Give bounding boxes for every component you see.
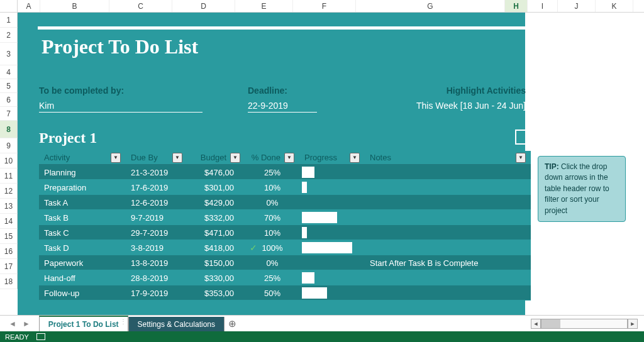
table-row[interactable]: Task C29-7-2019$471,0010% [39,225,531,240]
cell-budget[interactable]: $471,00 [187,225,245,240]
row-header-1[interactable]: 1 [0,13,18,28]
cell-progress[interactable] [299,285,365,301]
tab-prev-icon[interactable]: ◄ [9,319,16,328]
cell-activity[interactable]: Follow-up [39,285,126,301]
cell-due[interactable]: 29-7-2019 [126,225,187,240]
scroll-thumb[interactable] [541,319,560,328]
cell-progress[interactable] [299,255,365,270]
column-header-activity[interactable]: Activity▼ [39,151,126,165]
col-header-E[interactable]: E [235,0,293,12]
cell-budget[interactable]: $332,00 [187,210,245,225]
col-header-B[interactable]: B [40,0,109,12]
cell-pct[interactable]: 50% [245,285,299,301]
col-header-A[interactable]: A [18,0,40,12]
cell-budget[interactable]: $301,00 [187,180,245,195]
cell-notes[interactable] [365,195,531,210]
row-header-2[interactable]: 2 [0,28,18,43]
row-header-11[interactable]: 11 [0,168,18,184]
filter-dropdown-budget[interactable]: ▼ [230,153,240,163]
row-header-10[interactable]: 10 [0,153,18,168]
cell-progress[interactable] [299,195,365,210]
table-row[interactable]: Task B9-7-2019$332,0070% [39,210,531,225]
cell-notes[interactable] [365,285,531,301]
row-header-14[interactable]: 14 [0,214,18,229]
cell-due[interactable]: 17-9-2019 [126,285,187,301]
cell-pct[interactable]: 0% [245,255,299,270]
scroll-track[interactable] [541,319,628,329]
filter-dropdown-due-by[interactable]: ▼ [172,153,182,163]
cell-pct[interactable]: 10% [245,225,299,240]
tab-nav[interactable]: ◄ ► [0,316,39,332]
col-header-D[interactable]: D [172,0,235,12]
cell-notes[interactable] [365,180,531,195]
cell-budget[interactable]: $429,00 [187,195,245,210]
cell-due[interactable]: 12-6-2019 [126,195,187,210]
cell-progress[interactable] [299,225,365,240]
column-header--done[interactable]: % Done▼ [245,151,299,165]
macro-recording-icon[interactable] [36,333,45,340]
column-header-progress[interactable]: Progress▼ [299,151,365,165]
cell-notes[interactable] [365,165,531,180]
table-row[interactable]: Preparation17-6-2019$301,0010% [39,180,531,195]
row-header-16[interactable]: 16 [0,244,18,259]
cell-activity[interactable]: Preparation [39,180,126,195]
column-header-budget[interactable]: Budget▼ [187,151,245,165]
row-header-4[interactable]: 4 [0,65,18,79]
row-header-17[interactable]: 17 [0,259,18,274]
row-header-7[interactable]: 7 [0,107,18,121]
tab-splitter[interactable]: ⋮ [120,318,126,325]
table-row[interactable]: Hand-off28-8-2019$330,0025% [39,270,531,285]
row-header-12[interactable]: 12 [0,184,18,199]
cell-activity[interactable]: Hand-off [39,270,126,285]
tab-settings[interactable]: Settings & Calculations [128,317,225,332]
cell-pct[interactable]: 70% [245,210,299,225]
cell-activity[interactable]: Paperwork [39,255,126,270]
select-all-corner[interactable] [0,0,18,12]
cell-activity[interactable]: Task B [39,210,126,225]
col-header-C[interactable]: C [109,0,172,12]
cell-activity[interactable]: Task D [39,240,126,255]
row-header-18[interactable]: 18 [0,274,18,289]
col-header-F[interactable]: F [293,0,356,12]
filter-dropdown-activity[interactable]: ▼ [111,153,121,163]
cell-notes[interactable]: Start After Task B is Complete [365,255,531,270]
row-header-15[interactable]: 15 [0,229,18,244]
cell-budget[interactable]: $330,00 [187,270,245,285]
column-header-notes[interactable]: Notes▼ [365,151,531,165]
tab-project-1[interactable]: Project 1 To Do List [39,316,128,332]
cell-progress[interactable] [299,240,365,255]
cell-due[interactable]: 9-7-2019 [126,210,187,225]
cell-progress[interactable] [299,210,365,225]
table-row[interactable]: Follow-up17-9-2019$353,0050% [39,285,531,301]
col-header-K[interactable]: K [596,0,633,12]
cell-notes[interactable] [365,270,531,285]
cell-notes[interactable] [365,240,531,255]
cell-budget[interactable]: $353,00 [187,285,245,301]
table-row[interactable]: Paperwork13-8-2019$150,000%Start After T… [39,255,531,270]
scroll-right-button[interactable]: ► [628,319,638,329]
filter-dropdown-progress[interactable]: ▼ [350,153,360,163]
row-header-5[interactable]: 5 [0,79,18,93]
cell-due[interactable]: 3-8-2019 [126,240,187,255]
cell-activity[interactable]: Task C [39,225,126,240]
cell-notes[interactable] [365,225,531,240]
cell-activity[interactable]: Planning [39,165,126,180]
completed-by-value[interactable]: Kim [39,101,203,113]
cell-budget[interactable]: $476,00 [187,165,245,180]
tab-next-icon[interactable]: ► [23,319,30,328]
table-row[interactable]: Planning21-3-2019$476,0025% [39,165,531,180]
cell-progress[interactable] [299,165,365,180]
col-header-I[interactable]: I [528,0,558,12]
horizontal-scrollbar[interactable]: ◄ ► [531,319,638,329]
highlight-value[interactable]: This Week [18 Jun - 24 Jun] [396,101,526,111]
cell-progress[interactable] [299,270,365,285]
col-header-H[interactable]: H [505,0,528,12]
cell-pct[interactable]: ✓100% [245,240,299,255]
row-header-13[interactable]: 13 [0,199,18,214]
deadline-value[interactable]: 22-9-2019 [248,101,317,113]
cell-activity[interactable]: Task A [39,195,126,210]
cell-budget[interactable]: $418,00 [187,240,245,255]
cell-due[interactable]: 21-3-2019 [126,165,187,180]
row-header-3[interactable]: 3 [0,43,18,65]
filter-dropdown--done[interactable]: ▼ [284,153,294,163]
